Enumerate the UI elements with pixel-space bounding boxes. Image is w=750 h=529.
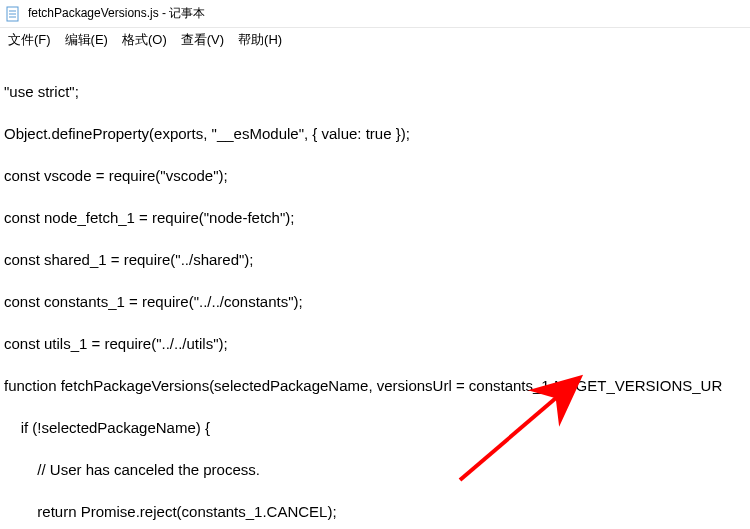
notepad-icon: [4, 5, 22, 23]
text-editor[interactable]: "use strict"; Object.defineProperty(expo…: [0, 52, 750, 529]
code-line: function fetchPackageVersions(selectedPa…: [4, 375, 746, 396]
code-line: const utils_1 = require("../../utils");: [4, 333, 746, 354]
code-line: const vscode = require("vscode");: [4, 165, 746, 186]
code-line: const constants_1 = require("../../const…: [4, 291, 746, 312]
menu-edit[interactable]: 编辑(E): [65, 31, 108, 49]
code-line: const shared_1 = require("../shared");: [4, 249, 746, 270]
code-line: return Promise.reject(constants_1.CANCEL…: [4, 501, 746, 522]
code-line: "use strict";: [4, 81, 746, 102]
menubar: 文件(F) 编辑(E) 格式(O) 查看(V) 帮助(H): [0, 28, 750, 52]
code-line: // User has canceled the process.: [4, 459, 746, 480]
menu-format[interactable]: 格式(O): [122, 31, 167, 49]
menu-help[interactable]: 帮助(H): [238, 31, 282, 49]
menu-view[interactable]: 查看(V): [181, 31, 224, 49]
code-line: const node_fetch_1 = require("node-fetch…: [4, 207, 746, 228]
menu-file[interactable]: 文件(F): [8, 31, 51, 49]
code-line: Object.defineProperty(exports, "__esModu…: [4, 123, 746, 144]
titlebar: fetchPackageVersions.js - 记事本: [0, 0, 750, 28]
window-title: fetchPackageVersions.js - 记事本: [28, 5, 205, 22]
code-line: if (!selectedPackageName) {: [4, 417, 746, 438]
